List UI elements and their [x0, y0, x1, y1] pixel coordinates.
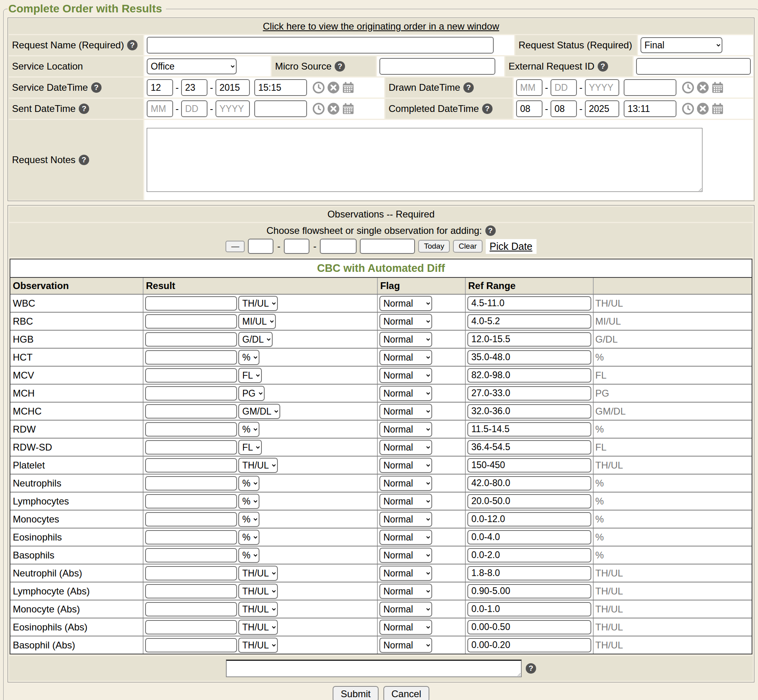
result-input[interactable] — [145, 512, 237, 526]
service-day-input[interactable] — [181, 79, 207, 96]
result-input[interactable] — [145, 530, 237, 544]
ref-range-input[interactable] — [467, 350, 591, 365]
ref-range-input[interactable] — [467, 314, 591, 329]
calendar-icon[interactable] — [342, 102, 355, 115]
drawn-day-input[interactable] — [551, 79, 577, 96]
result-unit-select[interactable]: % — [238, 494, 259, 509]
sent-day-input[interactable] — [181, 100, 207, 117]
ref-range-input[interactable] — [467, 584, 591, 598]
request-notes-textarea[interactable] — [147, 128, 702, 192]
drawn-time-input[interactable] — [624, 79, 676, 96]
flag-select[interactable]: Normal — [379, 638, 432, 653]
completed-day-input[interactable] — [551, 100, 577, 117]
result-unit-select[interactable]: % — [238, 530, 259, 545]
result-input[interactable] — [145, 548, 237, 562]
calendar-icon[interactable] — [711, 102, 724, 115]
help-icon[interactable]: ? — [127, 40, 138, 50]
result-unit-select[interactable]: TH/UL — [238, 584, 278, 599]
flag-select[interactable]: Normal — [379, 566, 432, 581]
result-unit-select[interactable]: PG — [238, 386, 265, 401]
result-unit-select[interactable]: % — [238, 350, 259, 365]
service-location-select[interactable]: Office — [147, 58, 237, 74]
flag-select[interactable]: Normal — [379, 350, 432, 365]
micro-source-input[interactable] — [379, 58, 495, 75]
drawn-month-input[interactable] — [516, 79, 543, 96]
flag-select[interactable]: Normal — [379, 422, 432, 437]
clock-icon[interactable] — [312, 81, 325, 94]
flag-select[interactable]: Normal — [379, 530, 432, 545]
completed-time-input[interactable] — [624, 100, 676, 117]
result-unit-select[interactable]: MI/UL — [238, 314, 276, 329]
flag-select[interactable]: Normal — [379, 512, 432, 527]
sent-year-input[interactable] — [215, 100, 250, 117]
help-icon[interactable]: ? — [79, 155, 89, 165]
clear-datetime-icon[interactable] — [327, 81, 340, 94]
ref-range-input[interactable] — [467, 422, 591, 437]
clock-icon[interactable] — [312, 102, 325, 115]
result-unit-select[interactable]: FL — [238, 368, 262, 383]
today-button[interactable]: Today — [418, 240, 450, 253]
completed-month-input[interactable] — [516, 100, 543, 117]
result-unit-select[interactable]: % — [238, 512, 259, 527]
result-input[interactable] — [145, 296, 237, 311]
completed-year-input[interactable] — [585, 100, 619, 117]
flag-select[interactable]: Normal — [379, 440, 432, 455]
clock-icon[interactable] — [682, 102, 694, 115]
ref-range-input[interactable] — [467, 602, 591, 616]
flag-select[interactable]: Normal — [379, 332, 432, 347]
ref-range-input[interactable] — [467, 440, 591, 455]
flag-select[interactable]: Normal — [379, 548, 432, 563]
result-input[interactable] — [145, 566, 237, 580]
flag-select[interactable]: Normal — [379, 494, 432, 509]
flag-select[interactable]: Normal — [379, 476, 432, 491]
flag-select[interactable]: Normal — [379, 602, 432, 617]
flag-select[interactable]: Normal — [379, 404, 432, 419]
service-month-input[interactable] — [147, 79, 173, 96]
calendar-icon[interactable] — [342, 81, 355, 94]
result-unit-select[interactable]: FL — [238, 440, 262, 455]
flag-select[interactable]: Normal — [379, 296, 432, 311]
ref-range-input[interactable] — [467, 620, 591, 634]
result-unit-select[interactable]: % — [238, 476, 259, 491]
ref-range-input[interactable] — [467, 476, 591, 491]
sent-month-input[interactable] — [147, 100, 173, 117]
result-input[interactable] — [145, 620, 237, 634]
originating-order-link[interactable]: Click here to view the originating order… — [263, 21, 499, 32]
flag-select[interactable]: Normal — [379, 386, 432, 401]
drawn-year-input[interactable] — [585, 79, 619, 96]
flag-select[interactable]: Normal — [379, 368, 432, 383]
clear-datetime-icon[interactable] — [696, 102, 709, 115]
sent-time-input[interactable] — [254, 100, 307, 117]
ref-range-input[interactable] — [467, 494, 591, 509]
result-unit-select[interactable]: TH/UL — [238, 566, 278, 581]
observation-note-textarea[interactable] — [226, 660, 522, 677]
ref-range-input[interactable] — [467, 458, 591, 473]
result-unit-select[interactable]: % — [238, 422, 259, 437]
clear-datetime-icon[interactable] — [696, 81, 709, 94]
flag-select[interactable]: Normal — [379, 584, 432, 599]
help-icon[interactable]: ? — [79, 104, 89, 114]
service-year-input[interactable] — [215, 79, 250, 96]
result-input[interactable] — [145, 368, 237, 383]
help-icon[interactable]: ? — [482, 104, 493, 114]
flag-select[interactable]: Normal — [379, 314, 432, 329]
help-icon[interactable]: ? — [598, 61, 608, 72]
result-unit-select[interactable]: TH/UL — [238, 458, 278, 473]
result-unit-select[interactable]: TH/UL — [238, 638, 278, 653]
result-input[interactable] — [145, 404, 237, 419]
ref-range-input[interactable] — [467, 404, 591, 419]
picker-month-input[interactable] — [248, 239, 273, 254]
picker-year-input[interactable] — [320, 239, 357, 254]
clear-button[interactable]: Clear — [453, 240, 482, 253]
result-input[interactable] — [145, 602, 237, 616]
result-input[interactable] — [145, 638, 237, 652]
ref-range-input[interactable] — [467, 530, 591, 544]
collapse-button[interactable]: — — [225, 241, 245, 252]
result-input[interactable] — [145, 314, 237, 329]
result-unit-select[interactable]: GM/DL — [238, 404, 280, 419]
result-input[interactable] — [145, 332, 237, 347]
service-time-input[interactable] — [254, 79, 307, 96]
ref-range-input[interactable] — [467, 548, 591, 562]
clear-datetime-icon[interactable] — [327, 102, 340, 115]
result-input[interactable] — [145, 476, 237, 491]
